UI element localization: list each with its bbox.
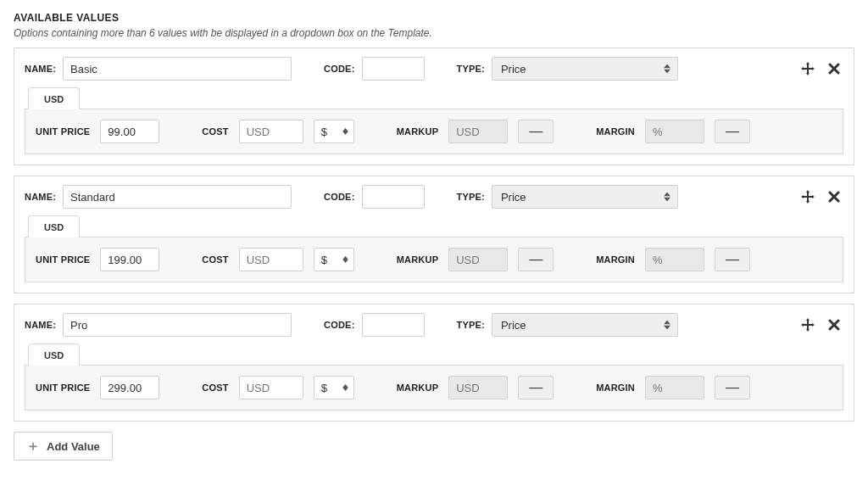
delete-icon[interactable] <box>825 187 843 206</box>
currency-tab[interactable]: USD <box>28 215 80 237</box>
price-panel: UNIT PRICE COST $ MARKUP USD — MARGIN % … <box>25 109 843 154</box>
add-value-label: Add Value <box>47 440 100 453</box>
plus-icon: ＋ <box>26 439 40 453</box>
delete-icon[interactable] <box>825 59 843 78</box>
markup-dash: — <box>518 120 554 143</box>
currency-dropdown[interactable]: $ <box>314 120 354 143</box>
name-input[interactable] <box>63 313 292 337</box>
markup-readonly: USD <box>448 120 508 143</box>
cost-label: COST <box>202 383 228 393</box>
markup-label: MARKUP <box>397 254 438 265</box>
margin-readonly: % <box>645 120 704 143</box>
markup-label: MARKUP <box>397 383 438 393</box>
margin-readonly: % <box>645 248 704 271</box>
currency-tab[interactable]: USD <box>28 87 80 109</box>
cost-label: COST <box>202 126 228 137</box>
unit-price-input[interactable] <box>100 376 159 399</box>
margin-label: MARGIN <box>596 126 635 137</box>
type-label: TYPE: <box>457 64 485 74</box>
add-value-button[interactable]: ＋ Add Value <box>14 432 113 461</box>
type-select-value: Price <box>501 63 526 75</box>
move-icon[interactable] <box>798 315 818 335</box>
code-input[interactable] <box>362 57 425 81</box>
name-label: NAME: <box>25 192 56 202</box>
name-input[interactable] <box>63 57 292 81</box>
name-label: NAME: <box>25 64 56 74</box>
code-label: CODE: <box>324 320 354 330</box>
type-label: TYPE: <box>457 320 485 330</box>
select-caret-icon <box>342 128 348 135</box>
move-icon[interactable] <box>798 187 818 207</box>
cost-input[interactable] <box>239 248 303 271</box>
price-panel: UNIT PRICE COST $ MARKUP USD — MARGIN % … <box>25 237 843 282</box>
currency-dropdown[interactable]: $ <box>314 376 354 399</box>
currency-tab[interactable]: USD <box>28 343 80 366</box>
select-caret-icon <box>664 321 670 330</box>
value-card: NAME: CODE: TYPE: Price USD <box>14 47 854 165</box>
unit-price-label: UNIT PRICE <box>36 126 90 137</box>
unit-price-label: UNIT PRICE <box>36 254 90 265</box>
currency-dropdown[interactable]: $ <box>314 248 354 271</box>
code-label: CODE: <box>324 192 354 202</box>
type-select-value: Price <box>501 191 526 204</box>
type-select[interactable]: Price <box>492 185 678 209</box>
type-label: TYPE: <box>457 192 485 202</box>
margin-dash: — <box>715 248 750 271</box>
value-card: NAME: CODE: TYPE: Price USD <box>14 304 854 422</box>
unit-price-input[interactable] <box>100 120 159 143</box>
cost-label: COST <box>202 254 228 265</box>
margin-readonly: % <box>645 376 704 399</box>
select-caret-icon <box>342 256 348 263</box>
cost-input[interactable] <box>239 120 303 143</box>
margin-label: MARGIN <box>596 383 635 393</box>
markup-dash: — <box>518 248 554 271</box>
markup-label: MARKUP <box>397 126 438 137</box>
code-input[interactable] <box>362 185 425 209</box>
move-icon[interactable] <box>798 59 818 79</box>
price-panel: UNIT PRICE COST $ MARKUP USD — MARGIN % … <box>25 365 843 410</box>
margin-dash: — <box>715 120 750 143</box>
margin-label: MARGIN <box>596 254 635 265</box>
section-title: AVAILABLE VALUES <box>14 12 854 24</box>
select-caret-icon <box>342 384 348 391</box>
markup-readonly: USD <box>448 376 508 399</box>
margin-dash: — <box>715 376 750 399</box>
type-select[interactable]: Price <box>492 57 678 81</box>
unit-price-label: UNIT PRICE <box>36 383 90 393</box>
markup-dash: — <box>518 376 554 399</box>
code-label: CODE: <box>324 64 354 74</box>
select-caret-icon <box>664 64 670 74</box>
delete-icon[interactable] <box>825 316 843 334</box>
unit-price-input[interactable] <box>100 248 159 271</box>
currency-symbol: $ <box>321 126 327 138</box>
currency-symbol: $ <box>321 254 327 266</box>
type-select[interactable]: Price <box>492 313 678 337</box>
markup-readonly: USD <box>448 248 508 271</box>
select-caret-icon <box>664 193 670 202</box>
name-label: NAME: <box>25 320 56 330</box>
cost-input[interactable] <box>239 376 303 399</box>
section-subtitle: Options containing more than 6 values wi… <box>14 27 854 39</box>
name-input[interactable] <box>63 185 292 209</box>
type-select-value: Price <box>501 319 526 332</box>
code-input[interactable] <box>362 313 425 337</box>
value-card: NAME: CODE: TYPE: Price USD <box>14 176 854 293</box>
currency-symbol: $ <box>321 382 327 394</box>
